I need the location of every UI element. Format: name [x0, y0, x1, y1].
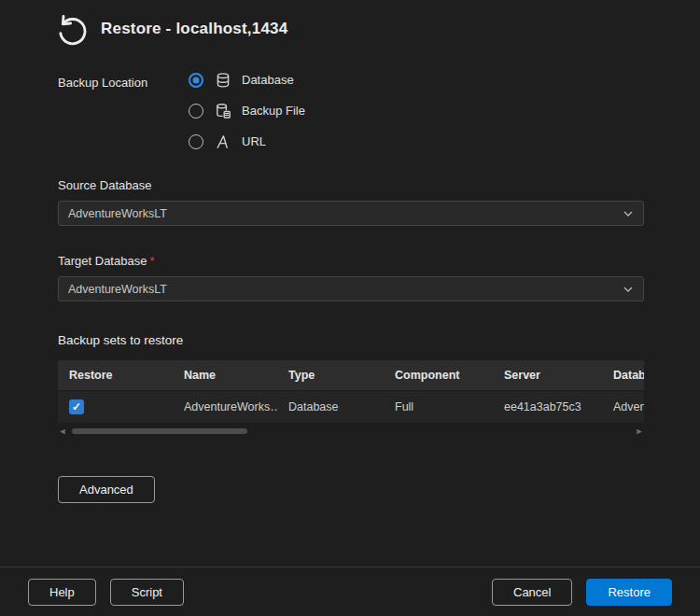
cancel-button[interactable]: Cancel — [492, 579, 572, 606]
radio-label-backup-file: Backup File — [242, 104, 305, 118]
dialog-header: Restore - localhost,1434 — [0, 0, 700, 47]
backup-location-field: Backup Location Database — [58, 71, 644, 150]
table-header-row: Restore Name Type Component Server Datab… — [58, 360, 644, 391]
target-database-value: AdventureWorksLT — [68, 283, 167, 296]
dialog-footer: Help Script Cancel Restore — [0, 567, 700, 616]
target-database-label: Target Database* — [58, 254, 644, 268]
cell-name: AdventureWorks… — [173, 391, 277, 424]
scroll-right-icon[interactable]: ► — [635, 426, 644, 437]
target-database-dropdown[interactable]: AdventureWorksLT — [58, 276, 644, 301]
col-component: Component — [384, 360, 493, 391]
source-database-value: AdventureWorksLT — [68, 207, 167, 220]
source-database-dropdown[interactable]: AdventureWorksLT — [58, 201, 644, 226]
source-database-label: Source Database — [58, 178, 644, 192]
col-name: Name — [173, 360, 277, 391]
restore-dialog: Restore - localhost,1434 Backup Location… — [0, 0, 700, 616]
col-restore: Restore — [58, 360, 173, 391]
chevron-down-icon — [623, 284, 634, 295]
restore-button[interactable]: Restore — [586, 579, 672, 606]
backup-file-icon — [214, 102, 231, 119]
backup-location-radio-group: Database Backup File — [189, 71, 305, 150]
col-server: Server — [493, 360, 602, 391]
database-icon — [214, 71, 231, 89]
col-type: Type — [277, 360, 384, 391]
col-database: Database — [602, 360, 644, 391]
radio-option-backup-file[interactable]: Backup File — [189, 102, 305, 119]
scroll-left-icon[interactable]: ◄ — [58, 426, 67, 437]
radio-label-url: URL — [242, 134, 266, 148]
page-title: Restore - localhost,1434 — [101, 20, 287, 38]
radio-database[interactable] — [189, 73, 203, 88]
table-row[interactable]: AdventureWorks… Database Full ee41a3ab75… — [58, 391, 644, 424]
backup-sets-table: Restore Name Type Component Server Datab… — [58, 360, 644, 423]
restore-checkbox[interactable] — [69, 399, 84, 414]
dialog-content: Backup Location Database — [0, 71, 700, 503]
chevron-down-icon — [623, 208, 634, 219]
radio-backup-file[interactable] — [189, 104, 203, 119]
backup-location-label: Backup Location — [58, 71, 189, 150]
horizontal-scrollbar[interactable]: ◄ ► — [58, 426, 644, 437]
radio-label-database: Database — [242, 73, 294, 87]
scrollbar-track[interactable] — [70, 427, 632, 435]
cell-type: Database — [277, 391, 384, 424]
scrollbar-thumb[interactable] — [72, 428, 247, 434]
cell-database: Adventu… — [602, 391, 644, 424]
radio-option-url[interactable]: URL — [189, 133, 305, 150]
radio-option-database[interactable]: Database — [189, 71, 305, 89]
required-marker: * — [149, 254, 154, 268]
help-button[interactable]: Help — [28, 579, 96, 606]
script-button[interactable]: Script — [110, 579, 184, 606]
radio-url[interactable] — [189, 134, 203, 149]
backup-sets-title: Backup sets to restore — [58, 333, 644, 347]
cell-component: Full — [384, 391, 493, 424]
restore-icon — [52, 11, 88, 47]
url-icon — [214, 133, 231, 150]
advanced-button[interactable]: Advanced — [58, 476, 155, 503]
cell-server: ee41a3ab75c3 — [493, 391, 602, 424]
